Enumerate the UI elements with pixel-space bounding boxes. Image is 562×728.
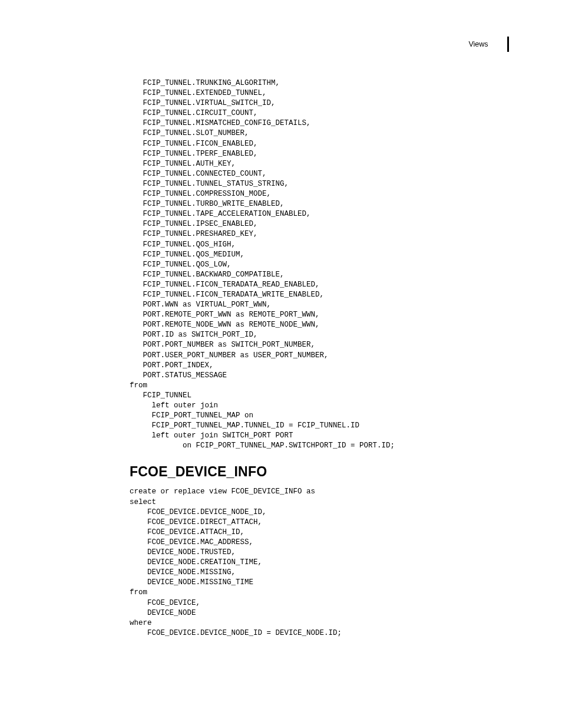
header-label: Views [468, 40, 488, 48]
page-content: FCIP_TUNNEL.TRUNKING_ALGORITHM, FCIP_TUN… [130, 78, 507, 638]
section-heading-fcoe-device-info: FCOE_DEVICE_INFO [130, 464, 507, 480]
sql-code-block-2: create or replace view FCOE_DEVICE_INFO … [130, 487, 507, 638]
header-divider [507, 37, 509, 52]
page: Views FCIP_TUNNEL.TRUNKING_ALGORITHM, FC… [0, 0, 562, 728]
sql-code-block-1: FCIP_TUNNEL.TRUNKING_ALGORITHM, FCIP_TUN… [130, 78, 507, 451]
page-header: Views [468, 37, 509, 52]
